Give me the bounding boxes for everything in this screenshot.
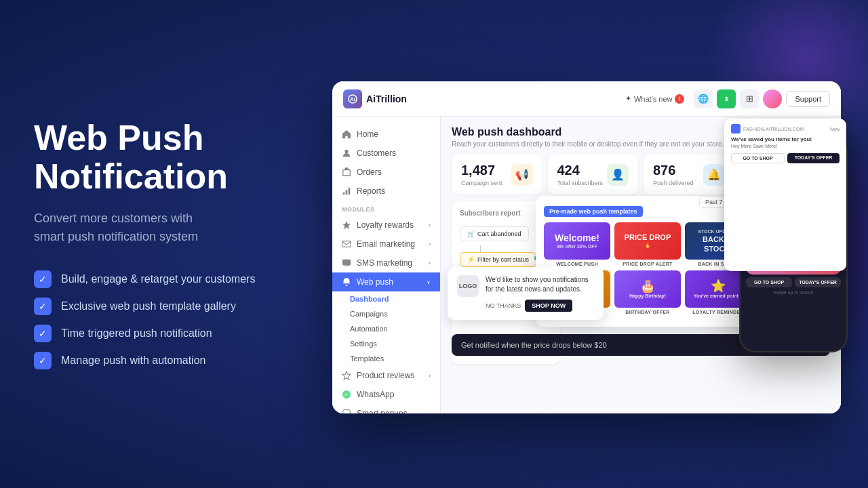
check-icon-4: ✓ (34, 352, 52, 369)
flow-connector-1 (480, 245, 481, 252)
wpn-app-icon (731, 124, 741, 134)
check-icon-3: ✓ (34, 325, 52, 342)
svg-rect-6 (349, 188, 351, 195)
wpn-buttons: GO TO SHOP TODAY'S OFFER (731, 153, 840, 163)
svg-rect-9 (342, 260, 351, 266)
feature-list: ✓ Build, engage & retarget your customer… (34, 270, 292, 369)
stat-label-campaign: Campaign sent (461, 180, 502, 186)
delivered-icon: 🔔 (703, 164, 725, 186)
today-offer-button[interactable]: TODAY'S OFFER (795, 277, 841, 287)
sub-heading: Convert more customers with smart push n… (34, 209, 292, 246)
translate-button[interactable]: 🌐 (694, 89, 713, 108)
sidebar-item-email[interactable]: Email marketing › (332, 235, 440, 253)
user-avatar[interactable] (763, 89, 782, 108)
stat-card-delivered: 876 Push delivered 🔔 (644, 155, 734, 195)
notification-permission-popup: LOGO We'd like to show you notifications… (448, 267, 604, 320)
app-header: Ai AiTrillion ✦ What's new 1 🌐 $ ⊞ Suppo… (332, 81, 841, 117)
template-label-birthday: BIRTHDAY OFFER (614, 310, 681, 314)
notif-yes-button[interactable]: SHOP NOW (525, 300, 572, 312)
template-welcome[interactable]: Welcome! We offer 20% OFF WELCOME PUSH (544, 222, 610, 266)
sidebar-item-sms[interactable]: SMS marketing › (332, 253, 440, 272)
grid-button[interactable]: ⊞ (740, 89, 759, 108)
sidebar-sub-campaigns[interactable]: Campaigns (332, 306, 440, 321)
stat-label-delivered: Push delivered (653, 180, 694, 186)
svg-rect-3 (343, 170, 351, 176)
go-to-shop-button[interactable]: GO TO SHOP (746, 277, 792, 287)
templates-badge: Pre-made web push templates (544, 206, 643, 217)
sidebar-item-orders[interactable]: Orders (332, 163, 440, 182)
wpn-message: We've saved you items for you! Hey More … (731, 136, 840, 150)
sidebar-item-reports[interactable]: Reports (332, 182, 440, 201)
stat-number-delivered: 876 (653, 163, 694, 178)
stat-card-subscribers: 424 Total subscribers 👤 (548, 155, 639, 195)
sidebar: Home Customers Orders Reports MODULES Lo… (332, 117, 441, 413)
feature-item-1: ✓ Build, engage & retarget your customer… (34, 270, 292, 288)
template-birthday[interactable]: 🎂 Happy Birthday! BIRTHDAY OFFER (614, 270, 681, 314)
notif-no-button[interactable]: NO THANKS (486, 300, 521, 312)
logo-area: Ai AiTrillion (343, 89, 407, 108)
notif-logo: LOGO (457, 275, 479, 297)
campaign-icon: 📢 (511, 164, 533, 186)
svg-point-2 (344, 150, 348, 153)
svg-rect-5 (346, 190, 348, 195)
template-pricedrop[interactable]: PRICE DROP 🔥 PRICE DROP ALERT (614, 222, 681, 266)
flow-node-cart: 🛒 Cart abandoned (460, 226, 529, 241)
sidebar-item-reviews[interactable]: Product reviews › (332, 366, 440, 385)
sparkle-icon: ✦ (625, 94, 631, 103)
template-label-pricedrop: PRICE DROP ALERT (614, 262, 681, 266)
svg-rect-12 (343, 410, 351, 413)
sidebar-item-loyalty[interactable]: Loyalty rewards › (332, 216, 440, 235)
svg-marker-10 (342, 371, 351, 380)
whats-new-badge: 1 (675, 94, 684, 104)
currency-button[interactable]: $ (717, 89, 736, 108)
sidebar-sub-templates[interactable]: Templates (332, 351, 440, 366)
phone-bottom-btns: GO TO SHOP TODAY'S OFFER (746, 277, 841, 287)
template-label-welcome: WELCOME PUSH (544, 262, 610, 266)
svg-marker-7 (342, 221, 351, 229)
subscribers-icon: 👤 (607, 164, 629, 186)
support-button[interactable]: Support (786, 91, 830, 107)
price-drop-text: Get notified when the price drops below … (461, 341, 764, 349)
sidebar-item-whatsapp[interactable]: WhatsApp (332, 385, 440, 404)
logo-text: AiTrillion (366, 94, 407, 104)
check-icon-1: ✓ (34, 270, 52, 288)
feature-item-3: ✓ Time triggered push notification (34, 325, 292, 342)
sidebar-item-smartpopups[interactable]: Smart popups (332, 404, 440, 413)
wpn-time: Now (830, 127, 840, 131)
notif-message: We'd like to show you notifications for … (486, 275, 594, 294)
wpn-today-offer-button[interactable]: TODAY'S OFFER (787, 153, 840, 163)
notif-buttons: NO THANKS SHOP NOW (486, 300, 594, 312)
whats-new-button[interactable]: ✦ What's new 1 (620, 92, 690, 106)
stat-card-campaign: 1,487 Campaign sent 📢 (452, 155, 542, 195)
check-icon-2: ✓ (34, 298, 52, 315)
wpn-site: FASHION.AITRILLION.COM (743, 127, 804, 131)
left-panel: Web Push Notification Convert more custo… (0, 0, 326, 488)
stat-number-subscribers: 424 (557, 163, 604, 178)
feature-item-2: ✓ Exclusive web push template gallery (34, 298, 292, 315)
modules-label: MODULES (332, 201, 440, 216)
main-heading: Web Push Notification (34, 119, 292, 196)
sidebar-item-customers[interactable]: Customers (332, 144, 440, 163)
logo-icon: Ai (343, 89, 362, 108)
sidebar-sub-settings[interactable]: Settings (332, 336, 440, 351)
wpn-go-to-shop-button[interactable]: GO TO SHOP (731, 153, 785, 163)
svg-text:Ai: Ai (350, 96, 355, 102)
phone-swipe-label: Swipe up to unlock (741, 290, 846, 295)
svg-rect-4 (343, 192, 345, 195)
svg-rect-8 (342, 241, 351, 247)
sidebar-item-home[interactable]: Home (332, 125, 440, 144)
web-push-notification: FASHION.AITRILLION.COM Now We've saved y… (724, 119, 846, 271)
stat-number-campaign: 1,487 (461, 163, 502, 178)
flow-node-filter: ⚡ Filter by cart status (460, 252, 536, 267)
wpn-header: FASHION.AITRILLION.COM Now (731, 124, 840, 134)
stat-label-subscribers: Total subscribers (557, 180, 604, 186)
sidebar-sub-automation[interactable]: Automation (332, 321, 440, 336)
wpn-subtext: Hey More Save More! (731, 144, 777, 148)
sidebar-item-webpush[interactable]: Web push ∨ (332, 272, 440, 291)
sidebar-sub-dashboard[interactable]: Dashboard (332, 291, 440, 306)
header-nav: ✦ What's new 1 🌐 $ ⊞ Support (620, 89, 830, 108)
feature-item-4: ✓ Manage push with automation (34, 352, 292, 369)
